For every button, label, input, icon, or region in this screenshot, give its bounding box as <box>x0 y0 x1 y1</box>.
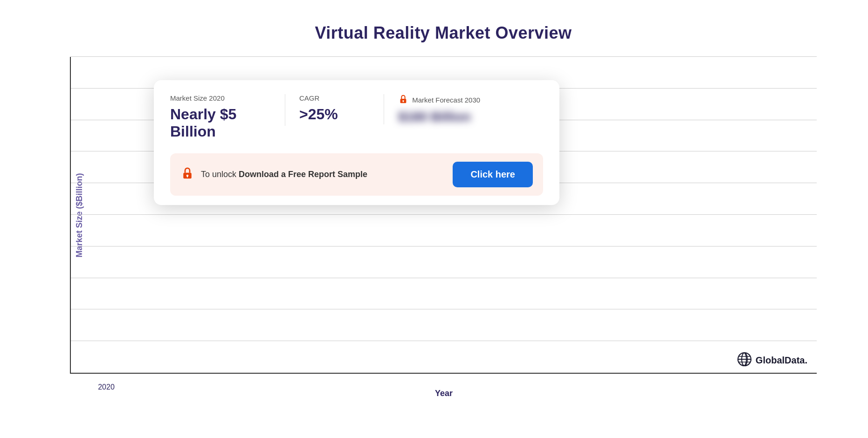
forecast-value-blurred: $180 Billion <box>398 110 529 124</box>
lock-icon-header <box>398 94 408 106</box>
x-label-2020: 2020 <box>98 383 115 391</box>
globaldata-logo: GlobalData. <box>737 352 807 369</box>
click-here-button[interactable]: Click here <box>453 162 533 187</box>
chart-area: Market Size ($Billion) <box>70 57 817 374</box>
cagr-section: CAGR >25% <box>285 94 384 126</box>
chart-container: Virtual Reality Market Overview Market S… <box>23 14 845 424</box>
chart-title: Virtual Reality Market Overview <box>70 23 817 43</box>
unlock-left: To unlock Download a Free Report Sample <box>180 166 367 183</box>
unlock-text: To unlock Download a Free Report Sample <box>201 170 367 179</box>
info-card: Market Size 2020 Nearly $5 Billion CAGR … <box>154 80 559 205</box>
forecast-label: Market Forecast 2030 <box>398 94 529 106</box>
globe-icon <box>737 352 752 369</box>
market-size-label: Market Size 2020 <box>170 94 271 102</box>
unlock-banner: To unlock Download a Free Report Sample … <box>170 153 543 196</box>
cagr-value: >25% <box>299 106 370 123</box>
forecast-section: Market Forecast 2030 $180 Billion <box>384 94 543 124</box>
market-size-section: Market Size 2020 Nearly $5 Billion <box>170 94 285 143</box>
cagr-label: CAGR <box>299 94 370 102</box>
logo-text: GlobalData. <box>756 355 807 366</box>
info-card-top: Market Size 2020 Nearly $5 Billion CAGR … <box>170 94 543 143</box>
unlock-bold-text: Download a Free Report Sample <box>239 170 367 179</box>
x-axis-label: Year <box>435 389 453 398</box>
market-size-value: Nearly $5 Billion <box>170 106 271 140</box>
svg-rect-5 <box>187 176 188 178</box>
svg-rect-2 <box>403 101 403 103</box>
lock-icon-unlock <box>180 166 194 183</box>
